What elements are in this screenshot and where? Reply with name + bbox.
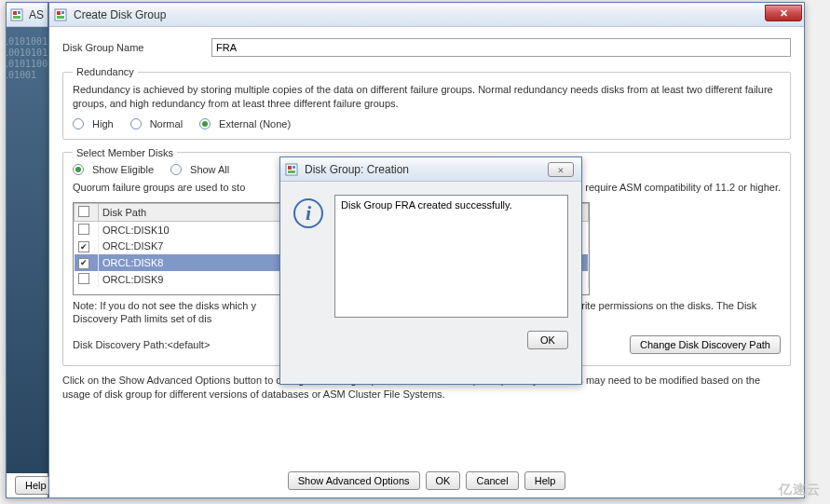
outer-titlebar: AS: [7, 3, 48, 27]
redundancy-normal-label: Normal: [150, 118, 183, 129]
header-checkbox[interactable]: [78, 206, 89, 217]
redundancy-external-label: External (None): [219, 118, 291, 129]
disk-discovery-path-label: Disk Discovery Path:<default>: [73, 339, 210, 350]
select-member-legend: Select Member Disks: [73, 147, 177, 158]
creation-dialog: Disk Group: Creation ⨉ i Disk Group FRA …: [279, 157, 582, 385]
button-bar: Show Advanced Options OK Cancel Help: [49, 471, 804, 490]
row-checkbox[interactable]: [78, 224, 89, 235]
show-eligible-radio[interactable]: [73, 164, 84, 175]
window-title: Create Disk Group: [74, 8, 166, 21]
svg-rect-1: [13, 11, 17, 15]
dialog-message: Disk Group FRA created successfully.: [334, 195, 568, 318]
svg-rect-5: [57, 11, 61, 15]
disk-group-name-label: Disk Group Name: [62, 42, 211, 53]
watermark: 亿速云: [779, 482, 821, 498]
close-icon: ⨉: [558, 164, 564, 175]
svg-rect-11: [288, 170, 295, 173]
help-button[interactable]: Help: [524, 471, 566, 490]
change-discovery-path-button[interactable]: Change Disk Discovery Path: [630, 335, 781, 354]
svg-rect-9: [288, 166, 292, 170]
app-icon: [284, 162, 299, 177]
dialog-body: i Disk Group FRA created successfully.: [280, 182, 581, 331]
row-checkbox[interactable]: [78, 241, 89, 252]
svg-rect-3: [13, 16, 20, 19]
dialog-title: Disk Group: Creation: [305, 163, 409, 176]
ok-button[interactable]: OK: [426, 471, 461, 490]
dialog-close-button[interactable]: ⨉: [548, 162, 574, 177]
redundancy-legend: Redundancy: [73, 66, 138, 77]
svg-rect-7: [57, 16, 64, 19]
redundancy-high-label: High: [92, 118, 114, 129]
svg-rect-2: [18, 11, 20, 14]
row-checkbox[interactable]: [78, 273, 89, 284]
redundancy-normal-radio[interactable]: [130, 118, 142, 129]
app-icon: [10, 7, 23, 22]
redundancy-fieldset: Redundancy Redundancy is achieved by sto…: [62, 66, 791, 140]
redundancy-high-radio[interactable]: [73, 118, 84, 129]
disk-group-name-input[interactable]: [211, 38, 791, 57]
window-close-button[interactable]: ✕: [765, 5, 802, 21]
row-checkbox[interactable]: [78, 258, 89, 269]
outer-window: AS: [6, 2, 48, 498]
show-all-radio[interactable]: [170, 164, 182, 175]
svg-rect-10: [293, 166, 295, 169]
cancel-button[interactable]: Cancel: [466, 471, 518, 490]
svg-rect-6: [61, 11, 64, 14]
titlebar: Create Disk Group ✕: [49, 3, 804, 27]
app-icon: [53, 7, 68, 22]
show-all-label: Show All: [190, 164, 229, 175]
close-icon: ✕: [780, 7, 788, 20]
dialog-ok-button[interactable]: OK: [527, 331, 568, 349]
dialog-titlebar: Disk Group: Creation ⨉: [280, 157, 581, 182]
redundancy-external-radio[interactable]: [199, 118, 211, 129]
outer-title: AS: [29, 8, 44, 21]
show-advanced-options-button[interactable]: Show Advanced Options: [288, 471, 420, 490]
info-icon: i: [293, 198, 323, 228]
show-eligible-label: Show Eligible: [92, 164, 154, 175]
redundancy-description: Redundancy is achieved by storing multip…: [73, 83, 781, 111]
